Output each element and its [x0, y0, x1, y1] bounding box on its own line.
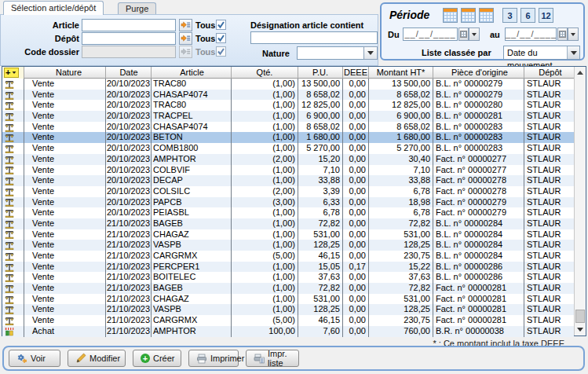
cell-pu: 15,20	[298, 154, 343, 165]
column-chooser-button[interactable]: +	[2, 67, 24, 79]
table-row[interactable]: Vente21/10/2023CHAGAZ(1,00)531,000,00531…	[2, 294, 574, 305]
cell-depot: STLAUR	[524, 304, 574, 315]
col-header-depot[interactable]: Dépôt	[524, 67, 574, 79]
calendar-week-button[interactable]	[461, 8, 476, 23]
vertical-scrollbar[interactable]	[574, 67, 586, 336]
col-header-piece[interactable]: Pièce d'origine	[433, 67, 524, 79]
col-header-article[interactable]: Article	[152, 67, 232, 79]
table-row[interactable]: Vente20/10/2023PAPCB(3,00)6,330,0018,98F…	[2, 197, 574, 208]
table-row[interactable]: Vente21/10/2023BOITELEC(1,00)37,630,0037…	[2, 272, 574, 283]
col-header-date[interactable]: Date	[106, 67, 152, 79]
table-row[interactable]: Vente21/10/2023BAGEB(1,00)72,820,0072,82…	[2, 283, 574, 294]
period-6-months-button[interactable]: 6	[520, 8, 535, 23]
cell-nature: Achat	[24, 326, 106, 337]
cell-date: 20/10/2023	[106, 100, 152, 111]
table-row[interactable]: Vente21/10/2023CARGRMX(5,00)46,150,00230…	[2, 251, 574, 262]
au-label: au	[490, 30, 500, 39]
cell-deee: 0,00	[343, 175, 369, 186]
calendar-month-button[interactable]	[479, 8, 494, 23]
table-body: Vente20/10/2023TRAC80(1,00)13 500,000,00…	[2, 79, 574, 337]
cell-qte: (1,00)	[232, 218, 298, 229]
period-3-months-button[interactable]: 3	[502, 8, 517, 23]
table-row[interactable]: Vente20/10/2023COMB1800(1,00)5 270,000,0…	[2, 143, 574, 154]
du-calendar-button[interactable]	[458, 28, 469, 41]
col-header-montant[interactable]: Montant HT*	[369, 67, 433, 79]
table-row[interactable]: Vente21/10/2023BAGEB(1,00)72,820,0072,82…	[2, 218, 574, 229]
cell-piece: Fact. n° 00000281	[433, 315, 524, 326]
table-row[interactable]: Achat21/10/2023AMPHTOR100,007,600,00760,…	[2, 326, 574, 337]
sale-movement-icon	[2, 111, 24, 122]
cell-article: BAGEB	[152, 218, 232, 229]
depot-tous-checkbox[interactable]	[216, 33, 226, 43]
table-row[interactable]: Vente21/10/2023VASPB(1,00)128,250,00128,…	[2, 304, 574, 315]
cell-piece: B.L. n° 00000283	[433, 132, 524, 143]
periode-title: Période	[389, 9, 429, 21]
sort-dropdown-button[interactable]	[567, 46, 579, 59]
cell-montant: 760,00	[369, 326, 433, 337]
cell-depot: STLAUR	[524, 240, 574, 251]
table-row[interactable]: Vente20/10/2023AMPHTOR(2,00)15,200,0030,…	[2, 154, 574, 165]
impr-liste-button[interactable]: Impr. liste	[246, 350, 299, 367]
cell-montant: 18,98	[369, 197, 433, 208]
table-row[interactable]: Vente20/10/2023COLBVIF(1,00)7,100,007,10…	[2, 165, 574, 176]
col-header-qte[interactable]: Qté.	[232, 67, 298, 79]
designation-input[interactable]	[250, 31, 378, 44]
voir-button-label: Voir	[31, 354, 46, 363]
sale-movement-icon	[2, 283, 24, 294]
period-12-months-button[interactable]: 12	[539, 8, 553, 23]
article-lookup-button[interactable]	[179, 19, 192, 31]
table-row[interactable]: Vente21/10/2023PERCPER1(1,00)15,050,1715…	[2, 262, 574, 273]
cell-depot: STLAUR	[524, 79, 574, 90]
scroll-up-button[interactable]	[575, 67, 586, 79]
cell-pu: 46,15	[298, 251, 343, 262]
table-row[interactable]: Vente20/10/2023CHASAP4074(1,00)8 658,020…	[2, 122, 574, 133]
cell-pu: 7,10	[298, 165, 343, 176]
cell-depot: STLAUR	[524, 122, 574, 133]
cell-piece: Fact. n° 00000279	[433, 197, 524, 208]
sort-select[interactable]: Date du mouvement	[503, 46, 580, 60]
imprimer-button[interactable]: Imprimer	[188, 350, 239, 367]
cell-article: VASPB	[152, 304, 232, 315]
table-row[interactable]: Vente20/10/2023TRACPEL(1,00)6 900,000,00…	[2, 111, 574, 122]
cell-date: 20/10/2023	[106, 122, 152, 133]
cell-piece: B.L. n° 00000284	[433, 229, 524, 240]
creer-button[interactable]: + Créer	[133, 350, 181, 367]
voir-button[interactable]: Voir	[9, 350, 60, 367]
cell-article: PERCPER1	[152, 262, 232, 273]
article-input[interactable]	[82, 19, 176, 31]
modifier-button[interactable]: Modifier	[68, 350, 126, 367]
nature-dropdown-button[interactable]	[363, 46, 378, 60]
calendar-day-button[interactable]	[443, 8, 458, 23]
cell-nature: Vente	[24, 240, 106, 251]
col-header-deee[interactable]: DEEE	[343, 67, 369, 79]
au-date-input[interactable]: __/__/____	[505, 28, 557, 41]
au-calendar-button[interactable]	[557, 28, 568, 41]
table-row[interactable]: Vente20/10/2023CHASAP4074(1,00)8 658,020…	[2, 90, 574, 101]
du-dropdown-button[interactable]	[469, 28, 480, 41]
table-row[interactable]: Vente21/10/2023CHAGAZ(1,00)531,000,00531…	[2, 229, 574, 240]
au-dropdown-button[interactable]	[568, 28, 579, 41]
table-row[interactable]: Vente20/10/2023DECAP(1,00)33,880,0033,88…	[2, 175, 574, 186]
table-row[interactable]: Vente20/10/2023TRAC80(1,00)13 500,000,00…	[2, 79, 574, 90]
table-row[interactable]: Vente21/10/2023VASPB(1,00)128,250,00128,…	[2, 240, 574, 251]
du-date-input[interactable]: __/__/____	[403, 28, 458, 41]
cell-deee: 0,00	[343, 207, 369, 218]
cell-piece: Fact. n° 00000277	[433, 165, 524, 176]
depot-lookup-button[interactable]	[179, 32, 192, 45]
col-header-pu[interactable]: P.U.	[298, 67, 343, 79]
table-row[interactable]: Vente20/10/2023BETON(1,00)1 680,000,001 …	[2, 132, 574, 143]
scroll-thumb[interactable]	[575, 310, 585, 323]
col-header-nature[interactable]: Nature	[24, 67, 106, 79]
cell-nature: Vente	[24, 272, 106, 283]
table-row[interactable]: Vente20/10/2023TRAC80(1,00)12 825,000,00…	[2, 100, 574, 111]
depot-input[interactable]	[82, 32, 176, 45]
cell-nature: Vente	[24, 251, 106, 262]
cell-montant: 531,00	[369, 229, 433, 240]
tab-selection-article-depot[interactable]: Sélection article/dépôt	[3, 1, 104, 15]
scroll-down-button[interactable]	[575, 324, 586, 336]
table-row[interactable]: Vente20/10/2023COLSILC(2,00)3,390,006,78…	[2, 186, 574, 197]
article-tous-checkbox[interactable]	[216, 20, 226, 30]
table-row[interactable]: Vente21/10/2023CARGRMX(5,00)46,150,00230…	[2, 315, 574, 326]
table-row[interactable]: Vente20/10/2023PEIASBL(1,00)6,780,006,78…	[2, 207, 574, 218]
tab-purge[interactable]: Purge	[118, 2, 156, 15]
